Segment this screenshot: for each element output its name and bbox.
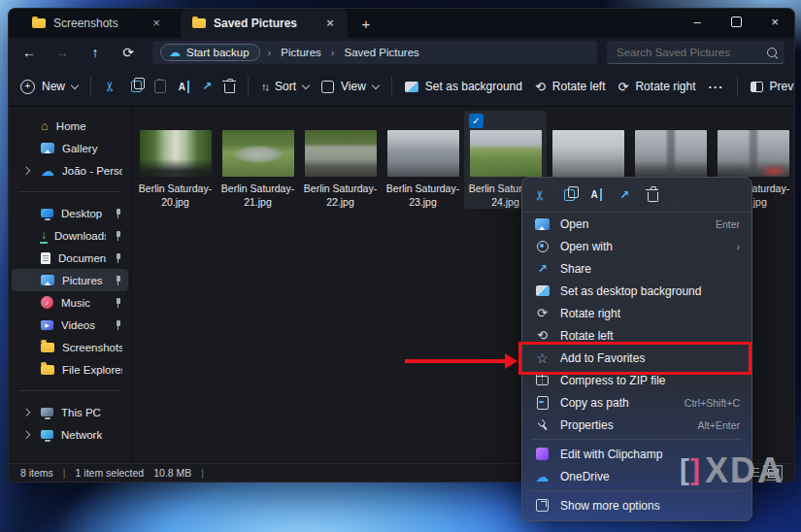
delete-button[interactable]	[645, 188, 660, 202]
window-controls: – ×	[678, 9, 794, 34]
chevron-right-icon: ›	[329, 47, 337, 58]
submenu-chevron-icon: ›	[737, 241, 741, 252]
chevron-down-icon	[302, 81, 310, 88]
see-more-button[interactable]: ···	[709, 80, 724, 94]
rename-button[interactable]: A	[179, 82, 189, 92]
chevron-expand-icon[interactable]	[22, 409, 30, 416]
view-button[interactable]: View	[321, 80, 379, 93]
file-tile[interactable]: Berlin Saturday-21.jpg	[217, 111, 299, 209]
chevron-expand-icon[interactable]	[22, 167, 30, 175]
menu-item-properties[interactable]: Properties Alt+Enter	[522, 414, 751, 436]
folder-icon	[32, 18, 46, 28]
sidebar-item-downloads[interactable]: ↓ Downloads	[12, 224, 128, 247]
sidebar-item-desktop[interactable]: Desktop	[12, 202, 128, 224]
forward-button[interactable]: →	[48, 41, 77, 64]
tab-screenshots[interactable]: Screenshots ×	[20, 9, 174, 38]
cut-button[interactable]: ✂	[104, 79, 116, 94]
copy-path-icon	[537, 396, 549, 410]
menu-item-copy-as-path[interactable]: Copy as path Ctrl+Shift+C	[522, 391, 751, 414]
plus-icon: +	[20, 80, 35, 94]
search-icon	[767, 48, 777, 57]
minimize-button[interactable]: –	[678, 9, 717, 34]
sidebar-item-gallery[interactable]: Gallery	[12, 137, 128, 159]
paste-icon	[154, 80, 166, 93]
new-tab-button[interactable]: +	[353, 12, 379, 35]
paste-button[interactable]	[154, 80, 166, 93]
menu-item-set-desktop-background[interactable]: Set as desktop background	[522, 280, 751, 302]
copy-icon	[131, 81, 142, 92]
rotate-left-icon: ⟲	[537, 328, 548, 343]
breadcrumb[interactable]: ☁ Start backup › Pictures › Saved Pictur…	[152, 41, 597, 64]
sidebar-item-videos[interactable]: ▶ Videos	[12, 314, 128, 336]
menu-item-rotate-right[interactable]: ⟳ Rotate right	[522, 302, 751, 324]
folder-icon	[41, 365, 54, 375]
back-button[interactable]: ←	[15, 41, 44, 64]
rotate-right-icon: ⟳	[618, 80, 629, 94]
photo-thumbnail	[305, 130, 377, 177]
close-tab-icon[interactable]: ×	[149, 16, 164, 31]
pin-icon	[114, 209, 122, 218]
item-count: 8 items	[20, 467, 53, 479]
network-icon	[41, 430, 53, 439]
sidebar-item-network[interactable]: Network	[12, 423, 128, 446]
arrow-line	[405, 359, 505, 364]
pin-icon	[114, 276, 122, 285]
share-button[interactable]: ↗	[202, 80, 212, 93]
this-pc-icon	[41, 408, 53, 416]
share-button[interactable]: ↗	[617, 188, 632, 202]
start-backup-button[interactable]: ☁ Start backup	[160, 44, 260, 61]
delete-button[interactable]	[224, 80, 235, 93]
close-button[interactable]: ×	[755, 9, 794, 34]
divider	[18, 191, 121, 192]
rotate-left-icon: ⟲	[535, 80, 546, 94]
menu-item-show-more-options[interactable]: Show more options	[522, 494, 751, 516]
breadcrumb-saved-pictures[interactable]: Saved Pictures	[342, 47, 420, 58]
search-input[interactable]	[615, 46, 761, 59]
tab-saved-pictures[interactable]: Saved Pictures ×	[181, 9, 348, 38]
menu-item-open[interactable]: Open Enter	[522, 213, 751, 235]
preview-button[interactable]: Preview	[751, 80, 796, 93]
refresh-button[interactable]: ⟳	[114, 41, 143, 64]
sidebar-item-music[interactable]: ♪ Music	[12, 291, 128, 314]
menu-item-share[interactable]: ↗ Share	[522, 257, 751, 280]
chevron-right-icon: ›	[266, 47, 274, 58]
maximize-icon	[731, 17, 742, 27]
close-tab-icon[interactable]: ×	[322, 16, 338, 31]
divider	[532, 490, 742, 491]
file-tile[interactable]: Berlin Saturday-20.jpg	[134, 111, 217, 209]
photo-thumbnail	[222, 130, 294, 177]
sidebar-item-file-explorer-gui[interactable]: File Explorer gui	[12, 358, 128, 381]
rename-button[interactable]: A	[588, 189, 604, 200]
divider	[391, 77, 392, 96]
chevron-expand-icon[interactable]	[22, 431, 30, 439]
search-box[interactable]	[607, 41, 784, 64]
file-tile[interactable]: Berlin Saturday-23.jpg	[382, 111, 464, 209]
maximize-button[interactable]	[717, 9, 755, 34]
sidebar-item-onedrive[interactable]: ☁ João - Personal	[12, 159, 128, 182]
onedrive-icon: ☁	[536, 470, 550, 483]
view-icon	[321, 81, 334, 93]
set-as-background-button[interactable]: Set as background	[405, 80, 522, 93]
sidebar-item-pictures[interactable]: Pictures	[12, 269, 128, 291]
sidebar-item-documents[interactable]: Documents	[12, 247, 128, 269]
rotate-right-button[interactable]: ⟳ Rotate right	[618, 80, 696, 94]
selection-checkbox[interactable]: ✓	[469, 114, 484, 128]
cut-icon: ✂	[102, 81, 117, 92]
share-icon: ↗	[537, 262, 547, 276]
up-button[interactable]: ↑	[81, 41, 110, 64]
file-tile[interactable]: Berlin Saturday-22.jpg	[299, 111, 382, 209]
breadcrumb-pictures[interactable]: Pictures	[279, 47, 323, 58]
sidebar-item-screenshots[interactable]: Screenshots	[12, 336, 128, 358]
cut-icon: ✂	[532, 189, 548, 201]
sort-button[interactable]: ↑↓ Sort	[261, 80, 309, 93]
sidebar-item-this-pc[interactable]: This PC	[12, 401, 128, 423]
menu-item-open-with[interactable]: Open with ›	[522, 235, 751, 257]
selected-size: 10.8 MB	[153, 467, 191, 479]
rotate-left-button[interactable]: ⟲ Rotate left	[535, 80, 606, 94]
new-button[interactable]: + New	[20, 80, 78, 94]
pin-icon	[114, 231, 122, 241]
cut-button[interactable]: ✂	[532, 187, 548, 203]
sidebar-item-home[interactable]: ⌂ Home	[12, 115, 128, 137]
copy-button[interactable]	[560, 189, 576, 201]
copy-button[interactable]	[128, 81, 142, 92]
